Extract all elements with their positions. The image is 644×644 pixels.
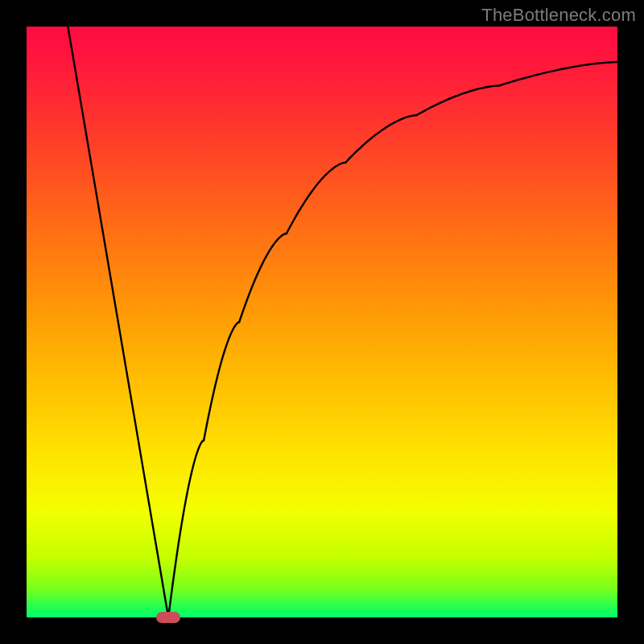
chart-curve (27, 27, 617, 617)
optimal-marker (156, 612, 180, 623)
curve-path (68, 27, 617, 617)
chart-stage: TheBottleneck.com (0, 0, 644, 644)
plot-area (27, 27, 617, 617)
watermark-text: TheBottleneck.com (481, 5, 636, 26)
